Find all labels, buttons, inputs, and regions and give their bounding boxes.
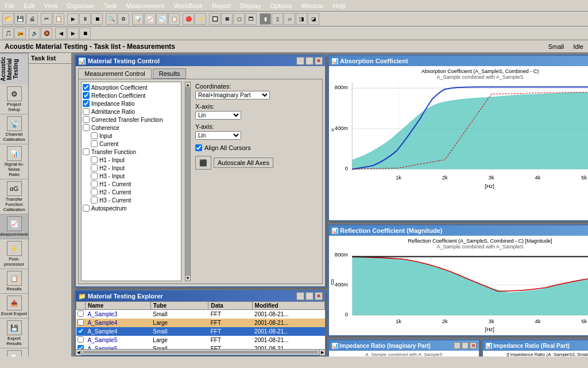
coordinates-select[interactable]: Real+Imaginary Part Magnitude+Phase Real… xyxy=(195,91,270,99)
check-h1-input[interactable]: H1 - Input xyxy=(83,156,180,164)
check-impedance[interactable]: Impedance Ratio xyxy=(83,99,180,108)
check-coherence[interactable]: Coherence xyxy=(83,124,180,132)
check-h3-input[interactable]: H3 - Input xyxy=(83,172,180,180)
menubar-item-organiser[interactable]: Organiser xyxy=(62,1,99,10)
imag-minimize-btn[interactable]: _ xyxy=(454,342,461,349)
table-row[interactable]: A_Sample5SmallFFT2001-08-21... xyxy=(76,344,325,349)
toolbar-btn-1[interactable]: ▶ xyxy=(67,13,79,25)
yaxis-select[interactable]: Lin Log xyxy=(195,131,241,140)
exp-close-btn[interactable]: ✕ xyxy=(315,292,323,300)
imp-imag-titlebar[interactable]: 📊 Impedance Ratio (Imaginary Part) _ □ ✕ xyxy=(329,340,479,351)
toolbar-btn-5[interactable]: ⚙ xyxy=(118,13,129,25)
imp-real-titlebar[interactable]: 📊 Impedance Ratio (Real Part) _ □ ✕ xyxy=(483,340,588,351)
toolbar2-btn-3[interactable]: 🔊 xyxy=(29,28,40,39)
hscroll-thumb[interactable] xyxy=(83,351,318,354)
toolbar-btn-9[interactable]: 📋 xyxy=(168,13,180,25)
autoscale-btn[interactable]: Autoscale All Axes xyxy=(214,158,273,168)
check-autospectrum[interactable]: Autospectrum xyxy=(83,204,180,212)
check-input[interactable]: Input xyxy=(83,132,180,140)
toolbar-btn-3[interactable]: ⏹ xyxy=(91,13,103,25)
mtc-maximize-btn[interactable]: □ xyxy=(305,57,314,65)
toolbar2-btn-1[interactable]: 🎵 xyxy=(2,28,14,39)
imag-maximize-btn[interactable]: □ xyxy=(462,342,469,349)
scroll-thumb[interactable] xyxy=(185,88,190,275)
toolbar2-btn-4[interactable]: 🔕 xyxy=(41,28,52,39)
toolbar2-btn-2[interactable]: 📻 xyxy=(14,28,26,39)
table-row[interactable]: A_Sample4LargeFFT2001-08-21... xyxy=(76,319,325,327)
exp-maximize-btn[interactable]: □ xyxy=(305,292,314,300)
menubar-item-window[interactable]: Window xyxy=(296,1,328,10)
mtc-minimize-btn[interactable]: _ xyxy=(296,57,304,65)
scroll-up-btn[interactable]: ▲ xyxy=(185,82,190,88)
menubar-item-report[interactable]: Report xyxy=(207,1,235,10)
toolbar-btn-save[interactable]: 💾 xyxy=(14,13,26,25)
check-current[interactable]: Current xyxy=(83,140,180,148)
mtc-titlebar[interactable]: 📊 Material Testing Control _ □ ✕ xyxy=(76,56,325,66)
sidebar-item-export-results[interactable]: 💾 ExportResults xyxy=(0,319,28,348)
menubar-item-edit[interactable]: Edit xyxy=(20,1,40,10)
menubar-item-measurement[interactable]: Measurement xyxy=(121,1,169,10)
sidebar-item-snr[interactable]: 📊 Signal-to-NoiseRatio xyxy=(0,144,28,179)
table-row[interactable]: A_Sample3SmallFFT2001-08-21... xyxy=(76,310,325,319)
toolbar-btn-14[interactable]: ◻ xyxy=(233,13,245,25)
toolbar-btn-13[interactable]: 🔳 xyxy=(221,13,233,25)
sidebar-item-channel-cal[interactable]: 📡 ChannelCalibration xyxy=(0,114,28,144)
toolbar-btn-16[interactable]: ▮ xyxy=(260,13,271,25)
scroll-right-btn[interactable]: ▶ xyxy=(319,350,325,355)
table-row[interactable]: A_Sample5LargeFFT2001-08-21... xyxy=(76,336,325,344)
tab-measurement-control[interactable]: Measurement Control xyxy=(78,68,152,79)
tab-results[interactable]: Results xyxy=(153,68,187,79)
toolbar-btn-20[interactable]: ◪ xyxy=(308,13,319,25)
toolbar-btn-4[interactable]: 🔍 xyxy=(106,13,117,25)
toolbar-btn-15[interactable]: 🗔 xyxy=(245,13,257,25)
check-h2-input[interactable]: H2 - Input xyxy=(83,164,180,172)
check-h3-current[interactable]: H3 - Current xyxy=(83,196,180,204)
explorer-titlebar[interactable]: 📁 Material Testing Explorer _ □ ✕ xyxy=(76,291,325,301)
xaxis-select[interactable]: Lin Log xyxy=(195,111,241,120)
toolbar2-btn-6[interactable]: ▶ xyxy=(67,28,79,39)
scroll-down-btn[interactable]: ▼ xyxy=(185,275,190,281)
imag-close-btn[interactable]: ✕ xyxy=(470,342,477,349)
checklist-scrollbar[interactable]: ▲ ▼ xyxy=(185,82,191,281)
sidebar-item-project-setup[interactable]: ⚙ ProjectSetup xyxy=(0,85,28,114)
ref-titlebar[interactable]: 📊 Reflection Coefficient (Magnitude) _ □… xyxy=(329,225,588,236)
table-row[interactable]: A_Sample4SmallFFT2001-08-21... xyxy=(76,327,325,336)
toolbar-btn-11[interactable]: ⚡ xyxy=(195,13,206,25)
sidebar-item-transfer-fn-cal[interactable]: αG TransferFunctionCalibration xyxy=(0,179,28,214)
align-cursors-row[interactable]: Align All Cursors xyxy=(195,144,319,151)
abs-titlebar[interactable]: 📊 Absorption Coefficient _ □ ✕ xyxy=(329,56,588,66)
toolbar-btn-18[interactable]: ▱ xyxy=(284,13,295,25)
toolbar-btn-10[interactable]: 🔴 xyxy=(183,13,194,25)
menubar-item-file[interactable]: File xyxy=(0,1,20,10)
explorer-hscrollbar[interactable]: ◀ ▶ xyxy=(76,349,325,355)
toolbar-btn-8[interactable]: 📉 xyxy=(156,13,168,25)
check-corrected-tf[interactable]: Corrected Transfer Function xyxy=(83,116,180,124)
toolbar2-btn-5[interactable]: ◀ xyxy=(55,28,67,39)
toolbar-btn-2[interactable]: ⏸ xyxy=(79,13,91,25)
toolbar-btn-7[interactable]: 📈 xyxy=(144,13,156,25)
toolbar-btn-6[interactable]: 📊 xyxy=(132,13,144,25)
toolbar-btn-print[interactable]: 🖨 xyxy=(26,13,38,25)
toolbar2-btn-7[interactable]: ⏹ xyxy=(79,28,91,39)
scroll-left-btn[interactable]: ◀ xyxy=(76,350,82,355)
check-h1-current[interactable]: H1 - Current xyxy=(83,180,180,188)
menubar-item-task[interactable]: Task xyxy=(99,1,122,10)
toolbar-btn-cut[interactable]: ✂ xyxy=(41,13,52,25)
check-absorption[interactable]: Absorption Coefficient xyxy=(83,83,180,91)
align-cursors-check[interactable] xyxy=(195,144,202,151)
sidebar-item-results[interactable]: 📋 Results xyxy=(0,269,28,294)
toolbar-btn-17[interactable]: ▯ xyxy=(272,13,283,25)
toolbar-btn-12[interactable]: 🔲 xyxy=(209,13,220,25)
check-transfer-fn[interactable]: Transfer Function xyxy=(83,148,180,156)
sidebar-item-excel-export[interactable]: 📤 Excel Export xyxy=(0,294,28,319)
toolbar-btn-copy[interactable]: 📋 xyxy=(53,13,64,25)
toolbar-btn-open[interactable]: 📂 xyxy=(2,13,14,25)
check-h2-current[interactable]: H2 - Current xyxy=(83,188,180,196)
exp-minimize-btn[interactable]: _ xyxy=(296,292,304,300)
menubar-item-help[interactable]: Help xyxy=(328,1,350,10)
menubar-item-workbook[interactable]: WorkBook xyxy=(169,1,208,10)
check-admittance[interactable]: Admittance Ratio xyxy=(83,108,180,116)
toolbar-btn-19[interactable]: ◨ xyxy=(296,13,307,25)
sidebar-item-reporting[interactable]: 📄 Reporting xyxy=(0,348,28,356)
sidebar-item-post-processor[interactable]: ⚡ Post-processor xyxy=(0,239,28,269)
